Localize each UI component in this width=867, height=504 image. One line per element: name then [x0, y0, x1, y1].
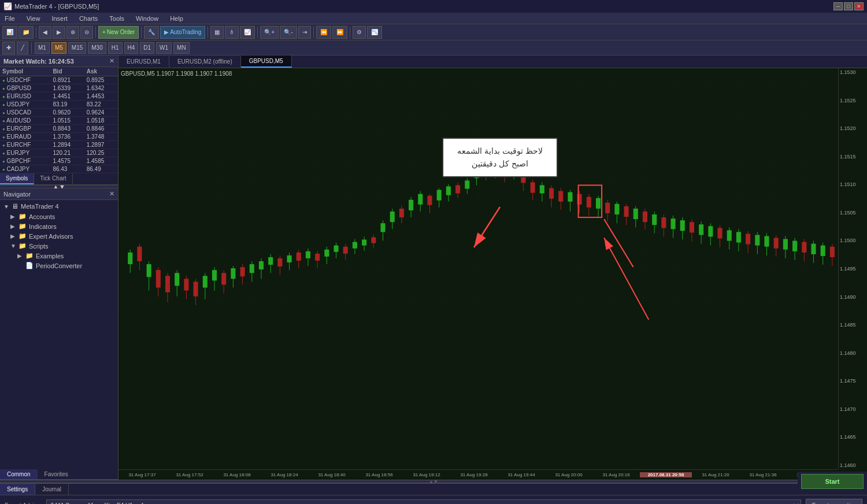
market-watch-row[interactable]: ● EURAUD 1.3736 1.3748 — [0, 133, 118, 141]
tree-accounts[interactable]: ▶ 📁 Accounts — [7, 212, 118, 221]
new-chart-button[interactable]: 📊 — [2, 26, 17, 39]
mw-bid: 0.8921 — [50, 76, 84, 84]
menu-view[interactable]: View — [24, 15, 43, 22]
scroll-btn[interactable]: ⇥ — [298, 26, 311, 39]
open-button[interactable]: 📁 — [18, 26, 34, 39]
mw-ask: 0.8846 — [84, 125, 118, 133]
market-watch-row[interactable]: ● EURJPY 120.21 120.25 — [0, 149, 118, 157]
zoom-in-btn2[interactable]: 🔍+ — [260, 26, 279, 39]
chart-tab-eurusd-m1[interactable]: EURUSD,M1 — [118, 56, 169, 67]
period-m15[interactable]: M15 — [68, 42, 86, 54]
price-label-13: 1.1465 — [840, 434, 866, 440]
svg-rect-40 — [306, 251, 310, 258]
forward-button[interactable]: ▶ — [53, 26, 65, 39]
market-watch-row[interactable]: ● AUDUSD 1.0515 1.0518 — [0, 117, 118, 125]
x-label-0: 31 Aug 17:37 — [118, 472, 166, 477]
market-watch-close[interactable]: ✕ — [109, 57, 114, 65]
tree-expert-advisors[interactable]: ▶ 📁 Expert Advisors — [7, 231, 118, 241]
maximize-button[interactable]: □ — [844, 2, 853, 10]
nav-common-tab[interactable]: Common — [0, 469, 38, 479]
menu-file[interactable]: File — [2, 15, 17, 22]
chart-btn2[interactable]: 📉 — [367, 26, 382, 39]
zoom-in-button[interactable]: ⊕ — [66, 26, 79, 39]
line-btn[interactable]: ╱ — [17, 42, 28, 54]
accounts-folder-icon: 📁 — [18, 213, 27, 220]
svg-rect-4 — [137, 247, 142, 261]
toolbar-sep-1 — [36, 27, 36, 38]
market-watch-row[interactable]: ● USDJPY 83.19 83.22 — [0, 101, 118, 109]
minimize-button[interactable]: ─ — [833, 2, 843, 10]
svg-rect-32 — [268, 257, 273, 265]
tree-period-converter[interactable]: ▶ 📄 PeriodConverter — [14, 261, 118, 270]
mw-symbol: ● USDCHF — [0, 76, 50, 84]
st-tab-journal[interactable]: Journal — [35, 484, 69, 495]
zoom-out-button[interactable]: ⊖ — [80, 26, 93, 39]
navigator-close[interactable]: ✕ — [109, 190, 114, 198]
svg-rect-52 — [362, 240, 366, 246]
menu-window[interactable]: Window — [134, 15, 161, 22]
settings-btn[interactable]: ⚙ — [353, 26, 366, 39]
period-m5[interactable]: M5 — [51, 42, 66, 54]
back-button[interactable]: ◀ — [39, 26, 51, 39]
zoom-out-btn2[interactable]: 🔍- — [280, 26, 297, 39]
period-m1[interactable]: M1 — [35, 42, 50, 54]
tree-examples[interactable]: ▶ 📁 Examples — [14, 251, 118, 261]
fastfwd-btn[interactable]: ⏩ — [332, 26, 347, 39]
period-w1[interactable]: W1 — [156, 42, 172, 54]
period-h4[interactable]: H4 — [124, 42, 139, 54]
chart-tab-eurusd-m2[interactable]: EURUSD,M2 (offline) — [169, 56, 241, 67]
mw-symbol: ● EURUSD — [0, 92, 50, 101]
menu-charts[interactable]: Charts — [77, 15, 100, 22]
period-mn[interactable]: MN — [173, 42, 190, 54]
svg-rect-56 — [380, 223, 385, 232]
market-watch-row[interactable]: ● EURGBP 0.8843 0.8846 — [0, 125, 118, 133]
period-h1[interactable]: H1 — [108, 42, 123, 54]
svg-rect-118 — [671, 218, 676, 229]
st-ea-dropdown[interactable]: 2 MA Crosses Mega filter EA V1.ex4 — [46, 499, 801, 504]
market-watch-row[interactable]: ● CADJPY 86.43 86.49 — [0, 165, 118, 173]
expert-advisor-button[interactable]: 🔧 — [144, 26, 159, 39]
price-label-6: 1.1500 — [840, 238, 866, 243]
mw-bid: 0.8843 — [50, 125, 84, 133]
tree-expand-accounts: ▶ — [10, 213, 16, 220]
menu-insert[interactable]: Insert — [49, 15, 70, 22]
menu-help[interactable]: Help — [168, 15, 186, 22]
navigator-title: Navigator — [3, 191, 31, 198]
market-watch-row[interactable]: ● EURCHF 1.2894 1.2897 — [0, 141, 118, 149]
rewind-btn[interactable]: ⏪ — [316, 26, 331, 39]
chart-tab-gbpusd-m5[interactable]: GBPUSD,M5 — [241, 55, 292, 68]
period-d1[interactable]: D1 — [140, 42, 154, 54]
st-expert-properties-btn[interactable]: Expert properties — [806, 499, 862, 504]
market-watch-row[interactable]: ● GBPCHF 1.4575 1.4585 — [0, 157, 118, 165]
chart-container: GBPUSD,M5 1.1907 1.1908 1.1907 1.1908 — [118, 68, 867, 480]
line-chart-button[interactable]: 📈 — [240, 26, 255, 39]
tree-indicators[interactable]: ▶ 📁 Indicators — [7, 221, 118, 231]
close-button[interactable]: ✕ — [854, 2, 864, 10]
svg-rect-72 — [455, 185, 460, 193]
svg-rect-116 — [661, 217, 666, 228]
nav-favorites-tab[interactable]: Favorites — [38, 469, 75, 479]
tree-root[interactable]: ▼ 🖥 MetaTrader 4 — [0, 201, 118, 212]
market-watch-row[interactable]: ● EURUSD 1.4451 1.4453 — [0, 92, 118, 101]
st-start-button[interactable]: Start — [801, 474, 864, 489]
period-m30[interactable]: M30 — [88, 42, 106, 54]
crosshair-btn[interactable]: ✚ — [2, 42, 15, 54]
svg-rect-14 — [184, 279, 188, 290]
app-icon: 📈 — [3, 2, 12, 10]
market-watch-row[interactable]: ● USDCHF 0.8921 0.8925 — [0, 76, 118, 84]
bar-chart-button[interactable]: ▦ — [210, 26, 224, 39]
tree-examples-label: Examples — [36, 253, 64, 260]
tree-expand-ea: ▶ — [10, 233, 16, 239]
market-watch-row[interactable]: ● GBPUSD 1.6339 1.6342 — [0, 84, 118, 92]
candle-chart-button[interactable]: 🕯 — [225, 26, 239, 39]
tab-symbols[interactable]: Symbols — [0, 173, 34, 184]
st-tab-settings[interactable]: Settings — [0, 484, 35, 495]
autotrading-button[interactable]: ▶ AutoTrading — [160, 26, 205, 39]
title-bar-controls[interactable]: ─ □ ✕ — [833, 2, 864, 10]
svg-rect-24 — [231, 268, 235, 279]
market-watch-row[interactable]: ● USDCAD 0.9620 0.9624 — [0, 109, 118, 117]
svg-rect-102 — [596, 198, 601, 209]
menu-tools[interactable]: Tools — [107, 15, 127, 22]
tree-scripts[interactable]: ▼ 📁 Scripts — [7, 241, 118, 251]
new-order-button[interactable]: + New Order — [98, 26, 139, 39]
